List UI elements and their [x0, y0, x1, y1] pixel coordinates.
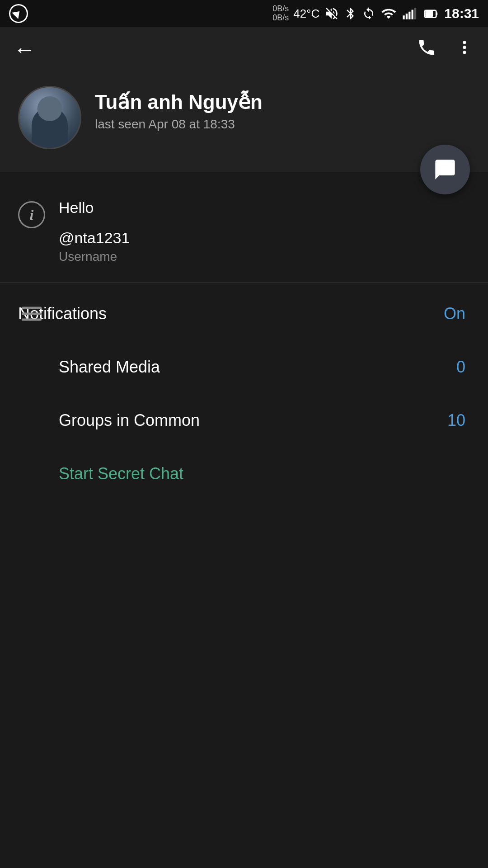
hamburger-line-2 [22, 313, 42, 315]
divider-1 [0, 282, 488, 283]
time-display: 18:31 [444, 6, 479, 21]
start-secret-chat-item[interactable]: Start Secret Chat [0, 447, 488, 500]
shared-media-value: 0 [456, 358, 465, 377]
hamburger-icon [22, 307, 42, 321]
notifications-item[interactable]: Notifications On [0, 287, 488, 340]
groups-in-common-item[interactable]: Groups in Common 10 [0, 394, 488, 447]
profile-name: Tuấn anh Nguyễn [95, 90, 263, 113]
info-i-label: i [30, 207, 34, 223]
toolbar: ← [0, 27, 488, 72]
svg-rect-6 [436, 12, 438, 15]
menu-section: Notifications On Shared Media 0 Groups i… [0, 287, 488, 500]
svg-rect-4 [414, 8, 416, 19]
battery-icon [422, 6, 440, 21]
info-icon: i [18, 201, 45, 228]
call-button[interactable] [417, 38, 436, 62]
profile-info: Tuấn anh Nguyễn last seen Apr 08 at 18:3… [95, 86, 263, 132]
mute-icon [324, 6, 339, 21]
profile-lastseen: last seen Apr 08 at 18:33 [95, 117, 263, 132]
signal-icon [402, 6, 418, 21]
data-speed: 0B/s0B/s [272, 5, 289, 23]
svg-rect-1 [406, 14, 408, 19]
avatar [18, 86, 81, 149]
svg-rect-0 [403, 15, 405, 19]
temperature: 42°C [293, 7, 319, 21]
chat-fab-button[interactable] [420, 145, 470, 194]
toolbar-right [417, 38, 474, 62]
shared-media-label: Shared Media [59, 358, 160, 377]
hamburger-line-3 [22, 319, 42, 321]
hamburger-line-1 [22, 307, 42, 309]
back-button[interactable]: ← [14, 39, 35, 61]
groups-in-common-label: Groups in Common [59, 411, 200, 430]
status-bar: 0B/s0B/s 42°C [0, 0, 488, 27]
profile-section: Tuấn anh Nguyễn last seen Apr 08 at 18:3… [0, 72, 488, 172]
svg-rect-3 [412, 10, 413, 19]
svg-rect-2 [408, 12, 410, 19]
notifications-value: On [444, 304, 465, 323]
more-button[interactable] [455, 38, 474, 62]
wifi-icon [380, 6, 397, 21]
start-secret-chat-label: Start Secret Chat [59, 464, 183, 483]
notifications-icon [18, 307, 45, 321]
chat-fab-icon [433, 158, 457, 181]
info-texts: Hello @nta1231 Username [59, 199, 130, 264]
info-section: i Hello @nta1231 Username [0, 185, 488, 278]
svg-rect-7 [426, 11, 433, 17]
avatar-image [19, 87, 80, 148]
status-bar-left [9, 4, 28, 23]
navigation-icon [9, 4, 28, 23]
shared-media-item[interactable]: Shared Media 0 [0, 340, 488, 394]
toolbar-left: ← [14, 39, 35, 61]
bio-text: Hello [59, 199, 130, 217]
username-value: @nta1231 [59, 229, 130, 247]
status-bar-right: 0B/s0B/s 42°C [272, 5, 479, 23]
username-label: Username [59, 250, 130, 264]
content-area: i Hello @nta1231 Username Notifications … [0, 172, 488, 500]
groups-in-common-value: 10 [447, 411, 465, 430]
bluetooth-icon [344, 6, 357, 21]
sync-icon [362, 6, 375, 21]
